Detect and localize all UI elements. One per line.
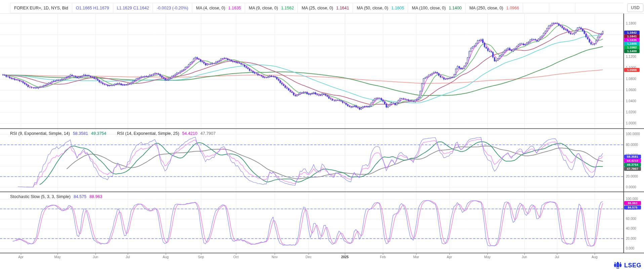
- currency-selector-label: USD: [631, 5, 639, 10]
- legend-ma-9[interactable]: MA (9, close, 0) 1.1562: [245, 3, 298, 13]
- stochastic-d-value: 88.963: [89, 194, 102, 199]
- legend-ma-4[interactable]: MA (4, close, 0) 1.1635: [192, 3, 245, 13]
- legend-filler: [575, 3, 623, 13]
- ma-50-label: MA (50, close, 0): [357, 6, 388, 10]
- legend-ma-50[interactable]: MA (50, close, 0) 1.1605: [353, 3, 408, 13]
- ma-9-label: MA (9, close, 0): [249, 6, 278, 10]
- legend-ma-250[interactable]: MA (250, close, 0) 1.0966: [466, 3, 523, 13]
- legend-spacer: [523, 3, 549, 13]
- ma-9-value: 1.1562: [281, 6, 294, 10]
- currency-selector-button[interactable]: USD: [627, 3, 643, 12]
- chart-window: FOREX EUR=, 1D, NYS, Bid O1.1665 H1.1679…: [0, 0, 644, 270]
- lseg-logo-text: LSEG: [624, 262, 641, 269]
- instrument-title: FOREX EUR=, 1D, NYS, Bid: [14, 6, 68, 10]
- quote-open-high: O1.1665 H1.1679: [76, 6, 109, 10]
- stochastic-label: Stochastic Slow (5, 3, 3, Simple): [10, 194, 71, 199]
- quote-change: -0.0023 (-0.20%): [157, 6, 188, 10]
- stochastic-legend[interactable]: Stochastic Slow (5, 3, 3, Simple) 84.575…: [10, 194, 102, 199]
- legend-ma-25[interactable]: MA (25, close, 0) 1.1641: [298, 3, 353, 13]
- quote-low-close-cell[interactable]: L1.1629 C1.1642: [113, 3, 153, 13]
- quote-change-cell[interactable]: -0.0023 (-0.20%): [153, 3, 192, 13]
- quote-low-close: L1.1629 C1.1642: [117, 6, 149, 10]
- rsi9-value: 58.3581: [73, 131, 88, 136]
- rsi9-label: RSI (9, Exponential, Simple, 14): [10, 131, 70, 136]
- instrument-legend-bar: FOREX EUR=, 1D, NYS, Bid O1.1665 H1.1679…: [10, 3, 623, 13]
- stochastic-k-value: 84.575: [74, 194, 86, 199]
- ma-4-value: 1.1635: [228, 6, 241, 10]
- ma-100-label: MA (100, close, 0): [412, 6, 446, 10]
- rsi14-smooth-value: 47.7907: [200, 131, 215, 136]
- ma-100-value: 1.1400: [449, 6, 461, 10]
- rsi9-smooth-value: 49.3754: [91, 131, 106, 136]
- rsi-legend[interactable]: RSI (9, Exponential, Simple, 14) 58.3581…: [10, 131, 215, 136]
- rsi14-label: RSI (14, Exponential, Simple, 25): [117, 131, 179, 136]
- legend-spacer: [549, 3, 575, 13]
- ma-4-label: MA (4, close, 0): [196, 6, 225, 10]
- ma-50-value: 1.1605: [391, 6, 404, 10]
- lseg-crest-icon: [613, 262, 622, 269]
- ma-250-label: MA (250, close, 0): [469, 6, 503, 10]
- lseg-logo: LSEG: [613, 262, 641, 269]
- rsi14-value: 54.4210: [182, 131, 197, 136]
- ma-250-value: 1.0966: [506, 6, 519, 10]
- ma-25-label: MA (25, close, 0): [301, 6, 333, 10]
- instrument-title-cell[interactable]: FOREX EUR=, 1D, NYS, Bid: [10, 3, 72, 13]
- legend-ma-100[interactable]: MA (100, close, 0) 1.1400: [408, 3, 466, 13]
- quote-open-high-cell[interactable]: O1.1665 H1.1679: [72, 3, 113, 13]
- ma-25-value: 1.1641: [336, 6, 349, 10]
